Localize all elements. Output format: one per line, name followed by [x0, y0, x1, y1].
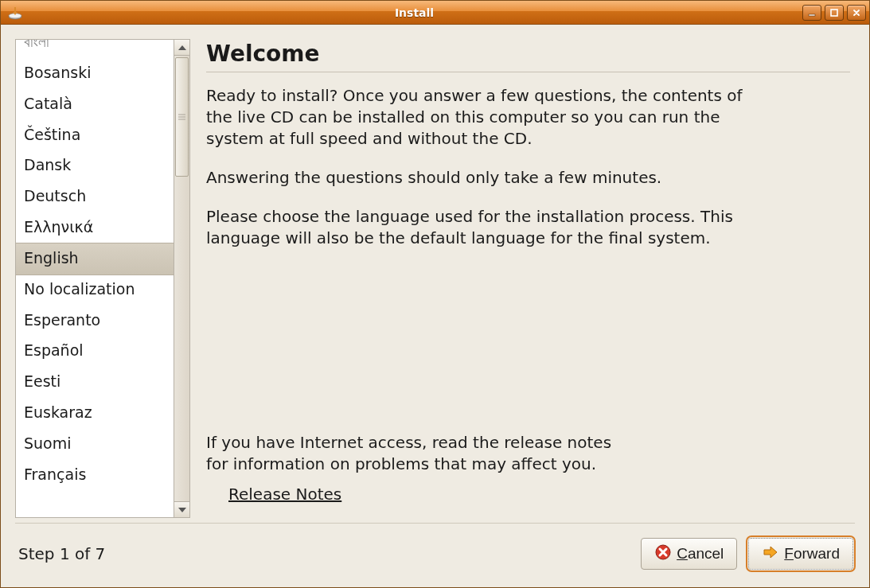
language-option[interactable]: Ελληνικά — [16, 212, 174, 243]
cancel-label-rest: ancel — [688, 545, 724, 562]
window-title: Install — [26, 6, 802, 19]
titlebar[interactable]: Install — [1, 1, 869, 25]
maximize-button[interactable] — [825, 5, 844, 21]
language-list[interactable]: বাংলাBosanskiCatalàČeštinaDanskDeutschΕλ… — [15, 39, 174, 518]
language-option[interactable]: Deutsch — [16, 181, 174, 212]
cancel-button[interactable]: Cancel — [641, 538, 737, 570]
forward-label-rest: orward — [794, 545, 840, 562]
svg-rect-4 — [809, 14, 815, 16]
install-window: Install বাংলাBosanskiCatalàČeštinaDanskD… — [0, 0, 870, 588]
close-button[interactable] — [847, 5, 866, 21]
chevron-up-icon — [178, 45, 186, 50]
forward-icon — [762, 543, 779, 565]
forward-button[interactable]: Forward — [748, 538, 853, 570]
language-option[interactable]: Eesti — [16, 367, 174, 398]
footer: Step 1 of 7 Cancel Forward — [1, 524, 869, 587]
scroll-track[interactable] — [174, 56, 189, 501]
language-option[interactable]: Bosanski — [16, 58, 174, 89]
intro-paragraph-2: Answering the questions should only take… — [206, 167, 747, 189]
language-option[interactable]: English — [16, 243, 174, 275]
language-panel: বাংলাBosanskiCatalàČeštinaDanskDeutschΕλ… — [15, 39, 190, 518]
svg-rect-2 — [14, 7, 16, 13]
main-panel: Welcome Ready to install? Once you answe… — [206, 39, 855, 512]
language-option[interactable]: বাংলা — [16, 39, 174, 58]
intro-paragraph-3: Please choose the language used for the … — [206, 206, 747, 249]
divider — [206, 72, 850, 72]
language-option[interactable]: Suomi — [16, 429, 174, 460]
release-notes-link[interactable]: Release Notes — [228, 485, 850, 504]
intro-paragraph-1: Ready to install? Once you answer a few … — [206, 85, 747, 150]
scroll-thumb[interactable] — [175, 57, 189, 177]
step-indicator: Step 1 of 7 — [18, 544, 105, 563]
language-option[interactable]: Español — [16, 336, 174, 367]
language-option[interactable]: Français — [16, 460, 174, 484]
scroll-up-button[interactable] — [174, 40, 189, 56]
language-scrollbar[interactable] — [174, 39, 190, 518]
app-icon — [7, 5, 23, 21]
chevron-down-icon — [178, 508, 186, 512]
language-option[interactable]: No localization — [16, 275, 174, 306]
language-option[interactable]: Català — [16, 89, 174, 120]
content-area: বাংলাBosanskiCatalàČeštinaDanskDeutschΕλ… — [1, 25, 869, 512]
cancel-icon — [654, 543, 672, 565]
page-heading: Welcome — [206, 41, 850, 67]
release-notes-paragraph: If you have Internet access, read the re… — [206, 432, 636, 475]
scroll-down-button[interactable] — [174, 501, 189, 517]
language-option[interactable]: Euskaraz — [16, 398, 174, 429]
language-option[interactable]: Čeština — [16, 120, 174, 151]
language-option[interactable]: Esperanto — [16, 306, 174, 337]
svg-rect-5 — [831, 10, 837, 16]
language-option[interactable]: Dansk — [16, 150, 174, 181]
minimize-button[interactable] — [802, 5, 821, 21]
